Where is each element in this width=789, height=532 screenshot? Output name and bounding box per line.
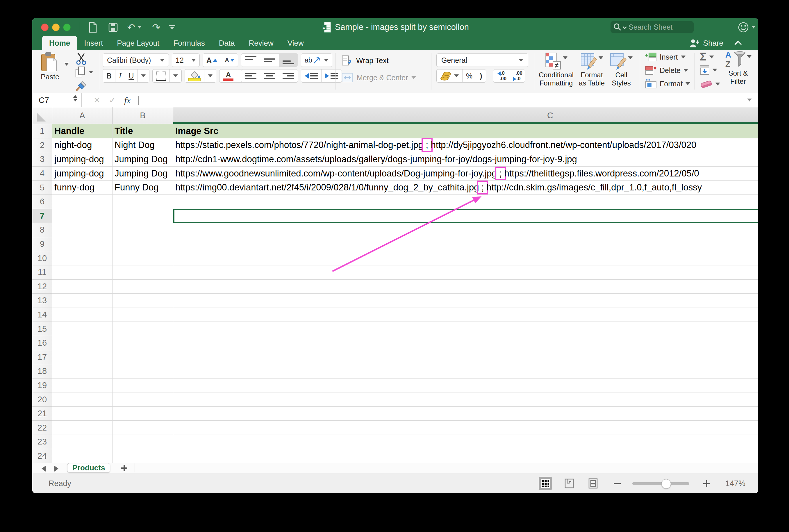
- align-middle-button[interactable]: [260, 54, 279, 66]
- borders-dropdown-icon[interactable]: [170, 70, 181, 82]
- row-header-17[interactable]: 17: [32, 350, 52, 364]
- cell-C10[interactable]: [173, 251, 758, 265]
- cell-C4[interactable]: https://www.goodnewsunlimited.com/wp-con…: [173, 167, 758, 181]
- cell-B11[interactable]: [113, 265, 173, 280]
- cell-C23[interactable]: [173, 435, 758, 449]
- row-header-21[interactable]: 21: [32, 407, 52, 421]
- format-as-table-dropdown-icon[interactable]: [599, 56, 603, 59]
- next-sheet-icon[interactable]: [54, 466, 58, 472]
- tab-review[interactable]: Review: [242, 36, 281, 50]
- fill-dropdown-icon[interactable]: [713, 69, 717, 72]
- delete-cells-button[interactable]: Delete: [645, 64, 688, 77]
- name-box-stepper[interactable]: [73, 95, 77, 101]
- cell-styles-button[interactable]: CellStyles: [610, 52, 633, 93]
- formula-bar-expand-icon[interactable]: [747, 98, 752, 101]
- cell-B3[interactable]: Jumping Dog: [113, 152, 173, 167]
- save-icon[interactable]: [109, 18, 118, 36]
- tab-view[interactable]: View: [281, 36, 311, 50]
- page-layout-view-button[interactable]: [562, 477, 576, 490]
- cell-B7[interactable]: [113, 209, 173, 223]
- cell-B10[interactable]: [113, 251, 173, 265]
- decrease-indent-button[interactable]: [301, 70, 322, 82]
- font-color-button[interactable]: A: [219, 70, 237, 82]
- cell-B17[interactable]: [113, 350, 173, 364]
- cell-B14[interactable]: [113, 308, 173, 322]
- select-all-corner[interactable]: [32, 107, 52, 124]
- row-header-6[interactable]: 6: [32, 195, 52, 209]
- previous-sheet-icon[interactable]: [42, 466, 46, 472]
- normal-view-button[interactable]: [539, 477, 552, 490]
- row-header-7[interactable]: 7: [32, 209, 52, 223]
- font-name-select[interactable]: Calibri (Body): [103, 54, 169, 67]
- increase-decimal-button[interactable]: .0 .00: [493, 70, 509, 82]
- tab-data[interactable]: Data: [212, 36, 242, 50]
- customize-toolbar-icon[interactable]: [169, 18, 175, 36]
- paste-dropdown-icon[interactable]: [64, 63, 69, 66]
- cell-A13[interactable]: [52, 293, 113, 308]
- paste-button[interactable]: Paste: [40, 52, 60, 81]
- cell-A12[interactable]: [52, 280, 113, 294]
- cell-C5[interactable]: https://img00.deviantart.net/2f45/i/2009…: [173, 180, 758, 195]
- row-header-20[interactable]: 20: [32, 393, 52, 407]
- cell-C21[interactable]: [173, 407, 758, 421]
- cell-B23[interactable]: [113, 435, 173, 449]
- cell-B8[interactable]: [113, 223, 173, 237]
- insert-cells-button[interactable]: Insert: [645, 51, 686, 63]
- format-painter-button[interactable]: [75, 80, 88, 93]
- tab-formulas[interactable]: Formulas: [166, 36, 212, 50]
- worksheet-area[interactable]: ABC 1HandleTitleImage Src2night-dogNight…: [32, 107, 758, 463]
- fill-button[interactable]: [700, 65, 717, 75]
- cell-A7[interactable]: [52, 209, 113, 223]
- autosum-dropdown-icon[interactable]: [709, 56, 714, 58]
- search-sheet-box[interactable]: [611, 21, 694, 33]
- cell-B20[interactable]: [113, 393, 173, 407]
- cell-C13[interactable]: [173, 293, 758, 308]
- cell-A19[interactable]: [52, 379, 113, 393]
- insert-function-icon[interactable]: fx: [124, 95, 131, 105]
- column-header-B[interactable]: B: [113, 107, 173, 124]
- cell-A9[interactable]: [52, 237, 113, 251]
- cell-B9[interactable]: [113, 237, 173, 251]
- cell-A5[interactable]: funny-dog: [52, 180, 113, 195]
- cell-B22[interactable]: [113, 421, 173, 435]
- cell-A15[interactable]: [52, 322, 113, 336]
- row-header-10[interactable]: 10: [32, 251, 52, 265]
- cell-styles-dropdown-icon[interactable]: [628, 56, 633, 59]
- cell-A4[interactable]: jumping-dog: [52, 167, 113, 181]
- cell-A21[interactable]: [52, 407, 113, 421]
- cell-B16[interactable]: [113, 336, 173, 350]
- cell-C9[interactable]: [173, 237, 758, 251]
- close-window-button[interactable]: [41, 23, 49, 31]
- cut-button[interactable]: [75, 52, 88, 67]
- column-header-A[interactable]: A: [52, 107, 113, 124]
- zoom-out-button[interactable]: [614, 483, 621, 484]
- cell-A14[interactable]: [52, 308, 113, 322]
- cell-C7[interactable]: [173, 209, 758, 223]
- cell-C12[interactable]: [173, 280, 758, 294]
- minimize-window-button[interactable]: [52, 23, 60, 31]
- cell-C17[interactable]: [173, 350, 758, 364]
- copy-dropdown-icon[interactable]: [89, 71, 93, 74]
- cell-C14[interactable]: [173, 308, 758, 322]
- format-cells-button[interactable]: Format: [645, 77, 690, 90]
- page-break-view-button[interactable]: [586, 477, 600, 490]
- autosum-button[interactable]: Σ: [700, 51, 714, 63]
- cell-B21[interactable]: [113, 407, 173, 421]
- cell-C24[interactable]: [173, 449, 758, 463]
- insert-dropdown-icon[interactable]: [681, 56, 686, 58]
- row-header-9[interactable]: 9: [32, 237, 52, 251]
- row-header-23[interactable]: 23: [32, 435, 52, 449]
- row-header-3[interactable]: 3: [32, 152, 52, 167]
- cell-A8[interactable]: [52, 223, 113, 237]
- cell-A22[interactable]: [52, 421, 113, 435]
- cell-A10[interactable]: [52, 251, 113, 265]
- merge-center-button[interactable]: Merge & Center: [342, 73, 416, 82]
- clear-button[interactable]: [700, 79, 720, 89]
- search-input[interactable]: [628, 23, 684, 32]
- name-box[interactable]: C7: [32, 93, 82, 107]
- add-sheet-button[interactable]: [118, 463, 130, 473]
- column-header-C[interactable]: C: [173, 107, 758, 124]
- cell-C8[interactable]: [173, 223, 758, 237]
- cell-B1[interactable]: Title: [113, 124, 173, 138]
- feedback-dropdown-icon[interactable]: [752, 26, 755, 28]
